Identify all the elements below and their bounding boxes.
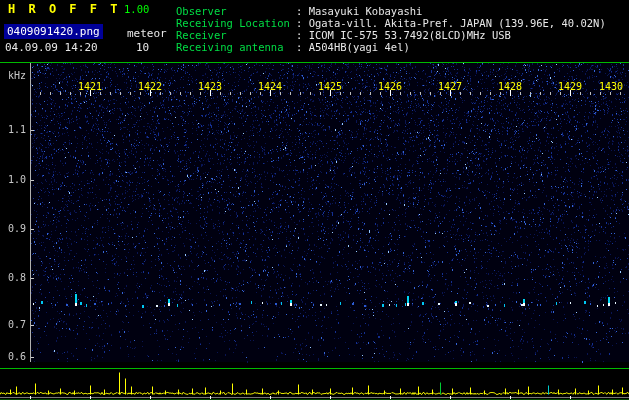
- info-value: : Ogata-vill. Akita-Pref. JAPAN (139.96E…: [296, 17, 606, 29]
- y-tick-label: 0.9: [0, 223, 26, 234]
- y-tick-label: 1.0: [0, 174, 26, 185]
- x-tick-label: 1424: [258, 81, 282, 92]
- observation-datetime: 04.09.09 14:20: [5, 41, 98, 54]
- x-tick-label: 1428: [498, 81, 522, 92]
- info-value: : A504HB(yagi 4el): [296, 41, 410, 53]
- x-tick-label: 1422: [138, 81, 162, 92]
- x-tick-label: 1425: [318, 81, 342, 92]
- info-label: Receiving antenna: [176, 41, 296, 53]
- y-tick-label: 0.8: [0, 272, 26, 283]
- app-version: 1.00: [124, 3, 149, 15]
- x-tick-label: 1423: [198, 81, 222, 92]
- info-value: : ICOM IC-575 53.7492(8LCD)MHz USB: [296, 29, 511, 41]
- info-label: Observer: [176, 5, 296, 17]
- x-tick-label: 1429: [558, 81, 582, 92]
- app-title: H R O F F T: [8, 2, 120, 16]
- duration-minutes: 10: [136, 41, 149, 54]
- y-tick-label: 0.6: [0, 351, 26, 362]
- y-axis-unit-label: kHz: [0, 70, 26, 81]
- info-label: Receiving Location: [176, 17, 296, 29]
- x-tick-label: 1427: [438, 81, 462, 92]
- info-label: Receiver: [176, 29, 296, 41]
- station-info-panel: Observer: Masayuki Kobayashi Receiving L…: [176, 5, 606, 53]
- output-filename: 0409091420.png: [4, 24, 103, 39]
- info-row-receiver: Receiver: ICOM IC-575 53.7492(8LCD)MHz U…: [176, 29, 606, 41]
- spectrogram-canvas: [0, 0, 629, 400]
- info-row-location: Receiving Location: Ogata-vill. Akita-Pr…: [176, 17, 606, 29]
- info-value: : Masayuki Kobayashi: [296, 5, 422, 17]
- y-tick-label: 0.7: [0, 319, 26, 330]
- x-tick-label: 1421: [78, 81, 102, 92]
- observation-mode-label: meteor: [127, 27, 167, 40]
- x-tick-label: 1426: [378, 81, 402, 92]
- info-row-observer: Observer: Masayuki Kobayashi: [176, 5, 606, 17]
- y-tick-label: 1.1: [0, 124, 26, 135]
- info-row-antenna: Receiving antenna: A504HB(yagi 4el): [176, 41, 606, 53]
- x-tick-label: 1430: [599, 81, 623, 92]
- hrofft-window: H R O F F T 1.00 0409091420.png meteor 0…: [0, 0, 629, 400]
